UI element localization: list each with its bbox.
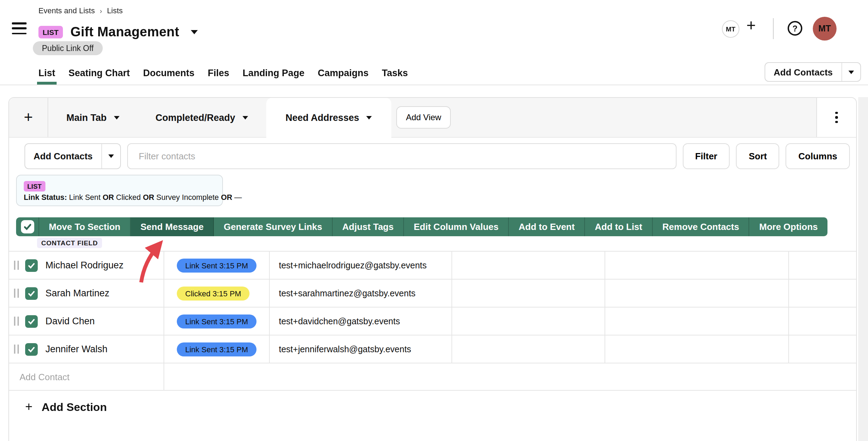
view-tab-label: Need Addresses [285, 113, 359, 123]
table-row-david-chen: David Chen Link Sent 3:15 PM test+davidc… [9, 308, 856, 335]
add-section-button[interactable]: + Add Section [9, 391, 856, 414]
empty-cell[interactable] [605, 335, 789, 363]
view-tab-main-tab[interactable]: Main Tab [48, 98, 137, 137]
action-button-move-to-section[interactable]: Move To Section [39, 217, 131, 236]
add-tab-button[interactable]: + [9, 98, 48, 137]
nav-tab-files[interactable]: Files [208, 68, 230, 78]
breadcrumb-events-and-lists[interactable]: Events and Lists [38, 6, 95, 15]
help-icon[interactable]: ? [788, 21, 802, 36]
add-contact-placeholder[interactable]: Add Contact [9, 363, 164, 390]
empty-cell[interactable] [789, 280, 856, 307]
drag-handle-icon[interactable] [14, 289, 19, 298]
status-cell[interactable]: Link Sent 3:15 PM [164, 252, 270, 279]
add-contacts-caret[interactable] [101, 144, 120, 168]
email-cell[interactable]: test+sarahmartinez@gatsby.events [270, 280, 452, 307]
columns-button[interactable]: Columns [786, 143, 850, 169]
checkbox-checked-icon [21, 220, 34, 233]
contacts-table: Michael Rodriguez Link Sent 3:15 PM test… [9, 251, 856, 363]
nav-tab-campaigns[interactable]: Campaigns [318, 68, 369, 78]
status-cell[interactable]: Link Sent 3:15 PM [164, 335, 270, 363]
kebab-vertical-icon [836, 112, 838, 123]
empty-cell[interactable] [789, 308, 856, 335]
filter-button[interactable]: Filter [682, 143, 730, 169]
drag-handle-icon[interactable] [14, 317, 19, 326]
action-button-add-to-list[interactable]: Add to List [585, 217, 652, 236]
chevron-down-icon [242, 116, 248, 119]
status-badge[interactable]: Link Sent 3:15 PM [177, 258, 256, 272]
view-tab-completed-ready[interactable]: Completed/Ready [137, 98, 266, 137]
action-button-adjust-tags[interactable]: Adjust Tags [333, 217, 404, 236]
nav-tab-list[interactable]: List [38, 68, 55, 78]
action-button-more-options[interactable]: More Options [750, 217, 827, 236]
status-badge[interactable]: Clicked 3:15 PM [177, 286, 249, 300]
hamburger-menu-icon[interactable] [12, 22, 27, 34]
add-contacts-button-toolbar[interactable]: Add Contacts [24, 143, 121, 169]
table-row-jennifer-walsh: Jennifer Walsh Link Sent 3:15 PM test+je… [9, 335, 856, 363]
status-badge[interactable]: Link Sent 3:15 PM [177, 314, 256, 328]
sort-button[interactable]: Sort [736, 143, 780, 169]
add-contact-row: Add Contact [9, 363, 856, 391]
name-cell[interactable]: Michael Rodriguez [9, 252, 164, 279]
status-cell[interactable]: Link Sent 3:15 PM [164, 308, 270, 335]
drag-handle-icon[interactable] [14, 345, 19, 354]
view-tab-need-addresses[interactable]: Need Addresses [266, 98, 391, 138]
empty-cell[interactable] [605, 280, 789, 307]
empty-cell[interactable] [605, 252, 789, 279]
action-button-send-message[interactable]: Send Message [131, 217, 214, 236]
add-workspace-icon[interactable]: + [746, 17, 756, 34]
empty-cell[interactable] [605, 308, 789, 335]
table-row-michael-rodriguez: Michael Rodriguez Link Sent 3:15 PM test… [9, 252, 856, 280]
empty-cell[interactable] [452, 280, 605, 307]
filter-chip-list-badge: LIST [24, 181, 45, 191]
row-checkbox[interactable] [25, 259, 38, 272]
select-all-checkbox[interactable] [16, 217, 39, 236]
drag-handle-icon[interactable] [14, 261, 19, 270]
name-cell[interactable]: Sarah Martinez [9, 280, 164, 307]
add-contacts-caret[interactable] [841, 63, 860, 81]
user-avatar[interactable]: MT [813, 17, 837, 41]
view-options-button[interactable] [816, 98, 856, 137]
email-cell[interactable]: test+davidchen@gatsby.events [270, 308, 452, 335]
action-button-generate-survey-links[interactable]: Generate Survey Links [214, 217, 332, 236]
add-contacts-label: Add Contacts [25, 144, 101, 168]
email-cell[interactable]: test+michaelrodriguez@gatsby.events [270, 252, 452, 279]
nav-tab-documents[interactable]: Documents [143, 68, 195, 78]
empty-cell[interactable] [789, 335, 856, 363]
contact-name: Sarah Martinez [45, 288, 109, 298]
empty-cell[interactable] [452, 335, 605, 363]
workspace-avatar[interactable]: MT [722, 20, 739, 38]
empty-cell[interactable] [452, 252, 605, 279]
row-checkbox[interactable] [25, 315, 38, 327]
email-cell[interactable]: test+jenniferwalsh@gatsby.events [270, 335, 452, 363]
active-filter-chip[interactable]: LIST Link Status: Link Sent OR Clicked O… [16, 175, 223, 206]
name-cell[interactable]: David Chen [9, 308, 164, 335]
chevron-down-icon [114, 116, 119, 119]
nav-tab-tasks[interactable]: Tasks [382, 68, 408, 78]
row-checkbox[interactable] [25, 343, 38, 355]
empty-cell[interactable] [452, 308, 605, 335]
add-contacts-label: Add Contacts [765, 63, 841, 81]
empty-cell[interactable] [789, 252, 856, 279]
title-dropdown-caret-icon[interactable] [191, 30, 198, 34]
action-button-remove-contacts[interactable]: Remove Contacts [653, 217, 750, 236]
nav-tab-landing-page[interactable]: Landing Page [243, 68, 304, 78]
view-tab-label: Main Tab [66, 112, 107, 123]
action-button-edit-column-values[interactable]: Edit Column Values [404, 217, 509, 236]
action-button-add-to-event[interactable]: Add to Event [509, 217, 585, 236]
filter-contacts-input[interactable] [127, 143, 676, 169]
add-view-button[interactable]: Add View [396, 106, 451, 129]
list-toolbar: Add Contacts Filter Sort Columns [24, 143, 850, 169]
row-checkbox[interactable] [25, 287, 38, 299]
status-cell[interactable]: Clicked 3:15 PM [164, 280, 270, 307]
public-link-status-badge[interactable]: Public Link Off [33, 41, 103, 55]
contact-field-column-header[interactable]: CONTACT FIELD [37, 238, 102, 248]
table-header-row: CONTACT FIELD [9, 236, 856, 251]
plus-icon: + [25, 400, 32, 414]
title-row: LIST Gift Management [38, 24, 198, 40]
add-contacts-button-top[interactable]: Add Contacts [765, 62, 861, 82]
name-cell[interactable]: Jennifer Walsh [9, 335, 164, 363]
chevron-down-icon [108, 154, 114, 158]
status-badge[interactable]: Link Sent 3:15 PM [177, 342, 256, 356]
nav-tab-seating-chart[interactable]: Seating Chart [68, 68, 130, 78]
breadcrumb-lists[interactable]: Lists [107, 6, 123, 15]
